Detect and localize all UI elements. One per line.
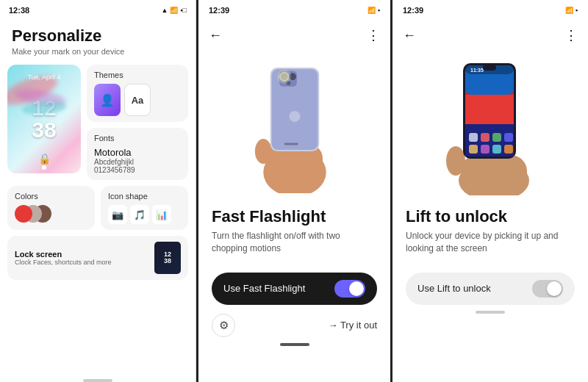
lock-date: Tue, April 4: [27, 73, 60, 81]
svg-rect-24: [483, 65, 496, 71]
themes-grid: 👤 Aa: [94, 84, 181, 116]
status-time-1: 12:38: [9, 6, 29, 15]
panel-lift-unlock: 12:39 📶 ▪ ← ⋮ 11:35: [392, 0, 588, 382]
page-title: Personalize: [12, 26, 184, 46]
battery-icon-3: ▪: [576, 7, 578, 14]
scroll-indicator-3: [476, 311, 505, 314]
svg-rect-12: [284, 143, 298, 145]
icon-preview-camera: 📷: [108, 205, 127, 224]
signal-icon: 📶: [170, 7, 178, 14]
wifi-icon-3: 📶: [565, 7, 573, 14]
status-icons-1: ▲ 📶 ▪□: [161, 7, 187, 14]
row-preview-themes: Tue, April 4 1238 🔒 Themes 👤 Aa: [7, 65, 188, 180]
themes-fonts-card: Themes 👤 Aa Fonts Motorola Abcdefghijkl: [87, 65, 188, 180]
toggle-label-2: Use Fast Flashlight: [223, 283, 305, 294]
lock-preview-card[interactable]: Tue, April 4 1238 🔒: [7, 65, 81, 173]
nav-3: ← ⋮: [392, 21, 588, 50]
colors-swatches: [15, 205, 87, 223]
lock-screen-card[interactable]: Lock screen Clock Faces, shortcuts and m…: [7, 236, 188, 280]
lock-screen-preview-thumb: 1238: [154, 242, 181, 274]
wifi-icon-2: 📶: [368, 7, 376, 14]
back-button-3[interactable]: ←: [403, 28, 416, 43]
status-bar-1: 12:38 ▲ 📶 ▪□: [0, 0, 196, 21]
toggle-switch-2[interactable]: [334, 280, 365, 298]
bottom-row-2: ⚙ → Try it out: [198, 305, 390, 337]
phone-image-2: [198, 50, 390, 197]
toggle-label-3: Use Lift to unlock: [417, 283, 491, 294]
status-bar-3: 12:39 📶 ▪: [392, 0, 588, 21]
svg-point-2: [254, 139, 271, 164]
toggle-thumb-3: [547, 281, 562, 296]
toggle-row-2[interactable]: Use Fast Flashlight: [212, 273, 377, 305]
svg-point-10: [277, 70, 291, 84]
svg-rect-31: [492, 145, 501, 154]
themes-label: Themes: [94, 71, 181, 79]
font-preview-aa: Aa: [125, 84, 150, 115]
colors-label: Colors: [15, 192, 87, 201]
phone-hand-illustration: [243, 54, 346, 193]
theme-swatch-1[interactable]: 👤: [94, 84, 121, 116]
personalize-header: Personalize Make your mark on your devic…: [0, 21, 196, 60]
svg-rect-29: [469, 145, 478, 154]
feature-title-2: Fast Flashlight: [212, 207, 377, 226]
toggle-thumb-2: [349, 281, 364, 296]
gear-icon: ⚙: [219, 319, 229, 332]
svg-rect-26: [481, 133, 490, 142]
svg-rect-20: [465, 95, 514, 124]
fonts-sample-1: Abcdefghijkl: [94, 158, 181, 166]
fonts-label: Fonts: [94, 134, 181, 143]
feature-info-2: Fast Flashlight Turn the flashlight on/o…: [198, 197, 390, 262]
wifi-icon: ▲: [161, 7, 168, 14]
page-subtitle: Make your mark on your device: [12, 47, 184, 56]
themes-card[interactable]: Themes 👤 Aa: [87, 65, 188, 122]
lock-screen-sub: Clock Faces, shortcuts and more: [15, 259, 112, 266]
svg-rect-28: [504, 133, 513, 142]
fonts-sample-2: 0123456789: [94, 166, 181, 174]
svg-point-15: [446, 146, 465, 176]
lock-preview-bg: Tue, April 4 1238 🔒: [7, 65, 81, 173]
status-bar-2: 12:39 📶 ▪: [198, 0, 390, 21]
lock-screen-info: Lock screen Clock Faces, shortcuts and m…: [15, 250, 112, 266]
feature-info-3: Lift to unlock Unlock your device by pic…: [392, 197, 588, 262]
person-icon: 👤: [100, 93, 115, 107]
personalize-content: Tue, April 4 1238 🔒 Themes 👤 Aa: [0, 60, 196, 373]
icon-preview-music: 🎵: [130, 205, 149, 224]
scroll-indicator-2: [280, 343, 309, 346]
icon-previews: 📷 🎵 📊: [108, 205, 181, 224]
theme-swatch-2[interactable]: Aa: [124, 84, 151, 116]
battery-icon-2: ▪: [378, 7, 380, 14]
status-time-2: 12:39: [209, 6, 229, 15]
scroll-indicator-1: [83, 379, 112, 382]
status-time-3: 12:39: [403, 6, 423, 15]
feature-desc-2: Turn the flashlight on/off with two chop…: [212, 230, 377, 255]
svg-rect-30: [481, 145, 490, 154]
icon-shape-card[interactable]: Icon shape 📷 🎵 📊: [101, 186, 188, 230]
nav-2: ← ⋮: [198, 21, 390, 50]
more-button-3[interactable]: ⋮: [564, 27, 578, 43]
lock-icon: 🔒: [38, 153, 51, 165]
more-button-2[interactable]: ⋮: [367, 27, 380, 43]
battery-icon: ▪□: [180, 7, 187, 14]
colors-card[interactable]: Colors: [7, 186, 95, 230]
status-icons-3: 📶 ▪: [565, 7, 578, 14]
back-button-2[interactable]: ←: [209, 28, 222, 43]
svg-text:11:35: 11:35: [470, 68, 484, 73]
panel-fast-flashlight: 12:39 📶 ▪ ← ⋮: [196, 0, 392, 382]
feature-desc-3: Unlock your device by picking it up and …: [406, 230, 575, 255]
row-lock-screen: Lock screen Clock Faces, shortcuts and m…: [7, 236, 188, 280]
row-colors-icons: Colors Icon shape 📷 🎵 📊: [7, 186, 188, 230]
icon-shape-label: Icon shape: [108, 192, 181, 201]
try-button-2[interactable]: → Try it out: [329, 320, 377, 331]
toggle-switch-3[interactable]: [532, 280, 563, 298]
phone-hand-illustration-3: 11:35: [435, 52, 545, 195]
lock-screen-title: Lock screen: [15, 250, 112, 259]
lock-dot: [42, 165, 46, 170]
svg-rect-14: [461, 155, 527, 188]
svg-point-11: [289, 111, 300, 122]
feature-title-3: Lift to unlock: [406, 207, 575, 226]
settings-icon-2[interactable]: ⚙: [212, 314, 235, 337]
status-icons-2: 📶 ▪: [368, 7, 380, 14]
toggle-row-3[interactable]: Use Lift to unlock: [406, 273, 575, 305]
fonts-card[interactable]: Fonts Motorola Abcdefghijkl 0123456789: [87, 128, 188, 180]
panel-personalize: 12:38 ▲ 📶 ▪□ Personalize Make your mark …: [0, 0, 196, 382]
